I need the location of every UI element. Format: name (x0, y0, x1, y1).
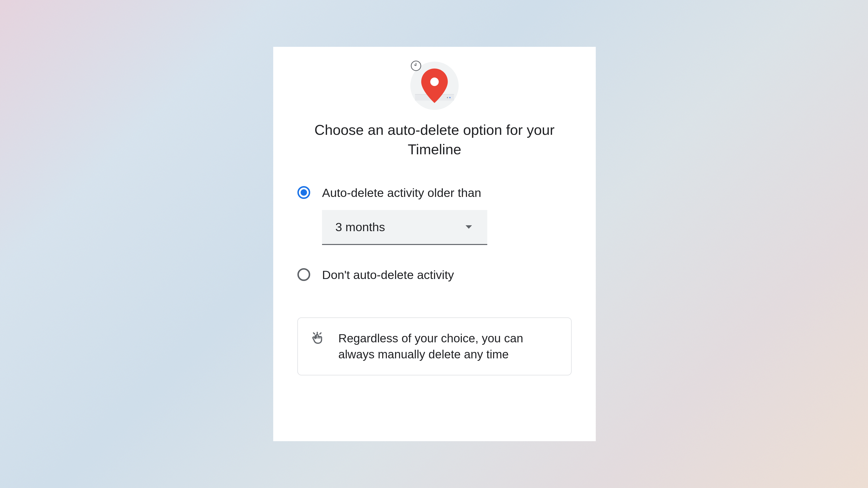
auto-delete-dialog: Choose an auto-delete option for your Ti… (273, 47, 596, 441)
radio-label-auto-delete: Auto-delete activity older than (322, 185, 571, 201)
duration-dropdown[interactable]: 3 months (322, 210, 487, 245)
chevron-down-icon (466, 225, 472, 229)
radio-auto-delete[interactable] (298, 186, 310, 199)
radio-dont-delete[interactable] (298, 268, 310, 281)
radio-content: Don't auto-delete activity (322, 267, 571, 283)
info-text: Regardless of your choice, you can alway… (338, 330, 558, 363)
option-auto-delete[interactable]: Auto-delete activity older than 3 months (298, 185, 571, 245)
radio-label-dont-delete: Don't auto-delete activity (322, 267, 571, 283)
radio-group: Auto-delete activity older than 3 months… (285, 185, 584, 283)
svg-point-0 (430, 78, 439, 86)
tap-hand-icon (311, 332, 325, 346)
pin-icon (421, 68, 448, 103)
option-dont-delete[interactable]: Don't auto-delete activity (298, 267, 571, 283)
dialog-title: Choose an auto-delete option for your Ti… (285, 120, 584, 159)
dropdown-selected-value: 3 months (335, 220, 385, 234)
radio-content: Auto-delete activity older than 3 months (322, 185, 571, 245)
header-icon-wrap (285, 62, 584, 110)
info-box: Regardless of your choice, you can alway… (298, 318, 571, 376)
clock-icon (411, 61, 421, 71)
timeline-illustration-icon (410, 62, 459, 110)
